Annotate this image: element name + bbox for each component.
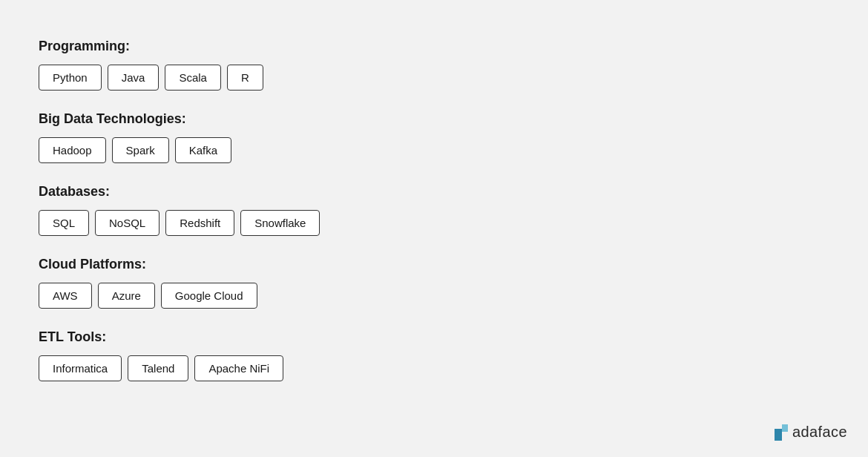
category-label-databases: Databases: [39, 184, 829, 200]
category-label-cloud-platforms: Cloud Platforms: [39, 257, 829, 272]
logo-area: adaface [775, 424, 847, 441]
svg-rect-0 [775, 429, 782, 441]
tags-row-etl-tools: InformaticaTalendApache NiFi [39, 355, 829, 381]
category-section-big-data: Big Data Technologies:HadoopSparkKafka [39, 111, 829, 163]
tag-kafka: Kafka [175, 137, 231, 163]
tag-sql: SQL [39, 210, 89, 236]
category-label-etl-tools: ETL Tools: [39, 329, 829, 345]
tag-spark: Spark [112, 137, 169, 163]
tag-aws: AWS [39, 283, 92, 309]
adaface-logo-text: adaface [792, 424, 847, 441]
tag-nosql: NoSQL [95, 210, 160, 236]
tag-java: Java [108, 65, 160, 91]
adaface-logo-icon [775, 424, 788, 441]
tag-azure: Azure [98, 283, 155, 309]
main-content: Programming:PythonJavaScalaRBig Data Tec… [0, 0, 868, 441]
category-section-databases: Databases:SQLNoSQLRedshiftSnowflake [39, 184, 829, 236]
category-label-programming: Programming: [39, 39, 829, 54]
tag-talend: Talend [128, 355, 188, 381]
tag-informatica: Informatica [39, 355, 122, 381]
tag-r: R [227, 65, 263, 91]
category-section-programming: Programming:PythonJavaScalaR [39, 39, 829, 91]
category-section-cloud-platforms: Cloud Platforms:AWSAzureGoogle Cloud [39, 257, 829, 309]
category-section-etl-tools: ETL Tools:InformaticaTalendApache NiFi [39, 329, 829, 381]
tags-row-cloud-platforms: AWSAzureGoogle Cloud [39, 283, 829, 309]
tag-google-cloud: Google Cloud [161, 283, 257, 309]
tags-row-programming: PythonJavaScalaR [39, 65, 829, 91]
tag-python: Python [39, 65, 102, 91]
tags-row-big-data: HadoopSparkKafka [39, 137, 829, 163]
svg-rect-1 [782, 424, 788, 432]
tag-apache-nifi: Apache NiFi [194, 355, 283, 381]
tag-redshift: Redshift [165, 210, 234, 236]
tag-scala: Scala [165, 65, 221, 91]
category-label-big-data: Big Data Technologies: [39, 111, 829, 127]
tags-row-databases: SQLNoSQLRedshiftSnowflake [39, 210, 829, 236]
tag-hadoop: Hadoop [39, 137, 106, 163]
tag-snowflake: Snowflake [240, 210, 320, 236]
